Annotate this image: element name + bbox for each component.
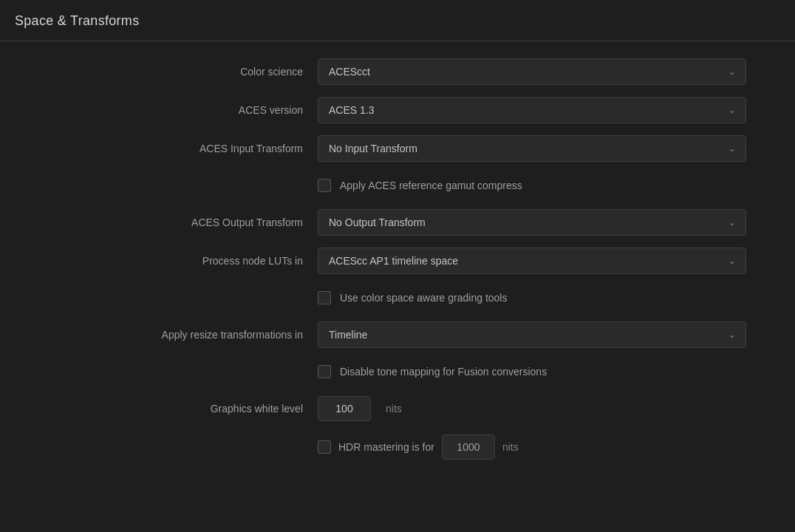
graphics-white-level-label: Graphics white level: [0, 403, 318, 415]
hdr-mastering-controls: HDR mastering is for nits: [318, 434, 519, 460]
apply-resize-control: Timeline Output Input ⌄: [318, 321, 754, 348]
panel-content: Color science ACEScct DaVinci YRGB DaVin…: [0, 41, 795, 485]
apply-aces-gamut-label[interactable]: Apply ACES reference gamut compress: [318, 179, 522, 192]
color-space-aware-row: Use color space aware grading tools: [0, 284, 795, 312]
aces-output-transform-select[interactable]: No Output Transform ACES - SDR Video ACE…: [318, 209, 746, 236]
aces-version-row: ACES version ACES 1.3 ACES 1.0 ACES 1.1 …: [0, 95, 795, 126]
graphics-white-level-row: Graphics white level nits: [0, 393, 795, 424]
aces-input-transform-select[interactable]: No Input Transform ACES - ACEScc ACES - …: [318, 135, 746, 162]
aces-output-transform-row: ACES Output Transform No Output Transfor…: [0, 207, 795, 238]
panel-header: Space & Transforms: [0, 0, 795, 41]
disable-tone-mapping-row: Disable tone mapping for Fusion conversi…: [0, 358, 795, 386]
color-space-aware-text: Use color space aware grading tools: [340, 292, 507, 304]
graphics-white-level-input[interactable]: [318, 396, 371, 421]
process-node-luts-row: Process node LUTs in ACEScc AP1 timeline…: [0, 245, 795, 276]
color-science-label: Color science: [0, 66, 318, 78]
color-science-control: ACEScct DaVinci YRGB DaVinci YRGB Color …: [318, 58, 754, 85]
aces-version-label: ACES version: [0, 104, 318, 116]
color-space-aware-checkbox[interactable]: [318, 291, 331, 304]
space-transforms-panel: Space & Transforms Color science ACEScct…: [0, 0, 795, 485]
apply-aces-gamut-checkbox[interactable]: [318, 179, 331, 192]
hdr-mastering-row: HDR mastering is for nits: [0, 432, 795, 463]
apply-resize-select-wrapper: Timeline Output Input ⌄: [318, 321, 746, 348]
apply-resize-select[interactable]: Timeline Output Input: [318, 321, 746, 348]
process-node-luts-select[interactable]: ACEScc AP1 timeline space Timeline space…: [318, 248, 746, 274]
hdr-mastering-input[interactable]: [442, 434, 495, 460]
disable-tone-mapping-text: Disable tone mapping for Fusion conversi…: [340, 366, 547, 378]
apply-resize-row: Apply resize transformations in Timeline…: [0, 319, 795, 350]
process-node-luts-label: Process node LUTs in: [0, 255, 318, 267]
process-node-luts-control: ACEScc AP1 timeline space Timeline space…: [318, 248, 754, 274]
aces-input-transform-row: ACES Input Transform No Input Transform …: [0, 133, 795, 164]
aces-output-transform-control: No Output Transform ACES - SDR Video ACE…: [318, 209, 754, 236]
aces-version-select-wrapper: ACES 1.3 ACES 1.0 ACES 1.1 ⌄: [318, 97, 746, 123]
disable-tone-mapping-label[interactable]: Disable tone mapping for Fusion conversi…: [318, 365, 547, 378]
apply-aces-gamut-row: Apply ACES reference gamut compress: [0, 171, 795, 200]
aces-input-transform-label: ACES Input Transform: [0, 143, 318, 154]
page-title: Space & Transforms: [15, 13, 139, 28]
hdr-mastering-unit: nits: [502, 441, 519, 453]
aces-output-transform-label: ACES Output Transform: [0, 216, 318, 228]
hdr-mastering-text: HDR mastering is for: [338, 441, 434, 453]
aces-version-control: ACES 1.3 ACES 1.0 ACES 1.1 ⌄: [318, 97, 754, 123]
aces-output-transform-select-wrapper: No Output Transform ACES - SDR Video ACE…: [318, 209, 746, 236]
color-science-select[interactable]: ACEScct DaVinci YRGB DaVinci YRGB Color …: [318, 58, 746, 85]
process-node-luts-select-wrapper: ACEScc AP1 timeline space Timeline space…: [318, 248, 746, 274]
color-space-aware-label[interactable]: Use color space aware grading tools: [318, 291, 507, 304]
aces-version-select[interactable]: ACES 1.3 ACES 1.0 ACES 1.1: [318, 97, 746, 123]
color-science-row: Color science ACEScct DaVinci YRGB DaVin…: [0, 56, 795, 87]
graphics-white-level-controls: nits: [318, 396, 402, 421]
hdr-mastering-checkbox[interactable]: [318, 440, 331, 454]
apply-aces-gamut-text: Apply ACES reference gamut compress: [340, 180, 522, 191]
apply-resize-label: Apply resize transformations in: [0, 329, 318, 341]
graphics-white-level-unit: nits: [386, 403, 402, 415]
aces-input-transform-select-wrapper: No Input Transform ACES - ACEScc ACES - …: [318, 135, 746, 162]
color-science-select-wrapper: ACEScct DaVinci YRGB DaVinci YRGB Color …: [318, 58, 746, 85]
aces-input-transform-control: No Input Transform ACES - ACEScc ACES - …: [318, 135, 754, 162]
disable-tone-mapping-checkbox[interactable]: [318, 365, 331, 378]
